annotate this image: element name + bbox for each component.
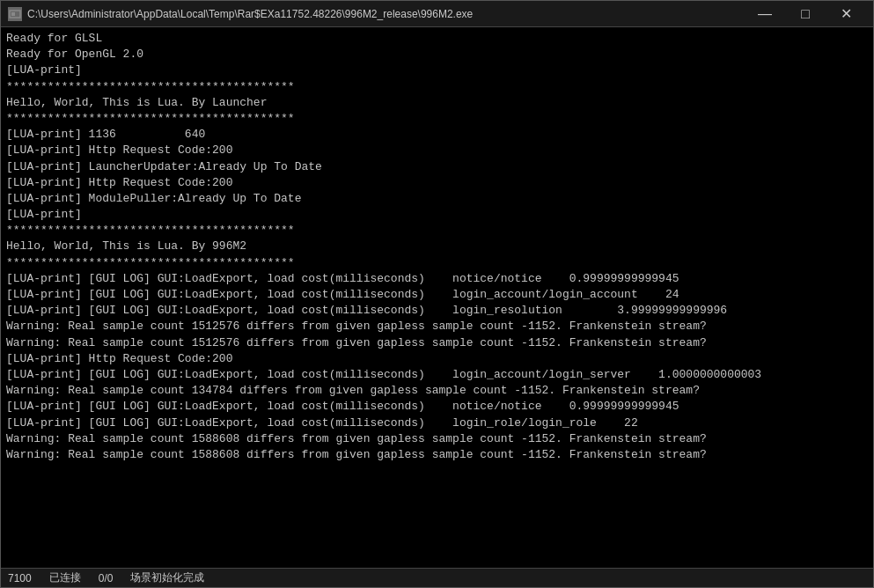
- console-line: ****************************************…: [6, 255, 868, 271]
- console-line: ****************************************…: [6, 79, 868, 95]
- status-item-3: 0/0: [99, 572, 114, 584]
- console-line: [LUA-print] [GUI LOG] GUI:LoadExport, lo…: [6, 287, 868, 303]
- console-line: [LUA-print] 1136 640: [6, 127, 868, 143]
- console-line: [LUA-print] Http Request Code:200: [6, 175, 868, 191]
- minimize-button[interactable]: —: [745, 1, 785, 27]
- app-icon: [8, 7, 22, 21]
- title-bar: C:\Users\Administrator\AppData\Local\Tem…: [1, 1, 873, 27]
- status-item-2: 已连接: [49, 570, 81, 585]
- console-line: Hello, World, This is Lua. By Launcher: [6, 95, 868, 111]
- console-line: [LUA-print] [GUI LOG] GUI:LoadExport, lo…: [6, 303, 868, 319]
- console-line: [LUA-print] [GUI LOG] GUI:LoadExport, lo…: [6, 271, 868, 287]
- console-line: Warning: Real sample count 134784 differ…: [6, 383, 868, 399]
- window-title: C:\Users\Administrator\AppData\Local\Tem…: [27, 8, 473, 20]
- console-line: Warning: Real sample count 1512576 diffe…: [6, 319, 868, 334]
- window-controls: — □ ✕: [745, 1, 866, 27]
- console-line: [LUA-print] LauncherUpdater:Already Up T…: [6, 159, 868, 175]
- console-line: [LUA-print] [GUI LOG] GUI:LoadExport, lo…: [6, 367, 868, 383]
- console-line: [LUA-print] Http Request Code:200: [6, 143, 868, 158]
- console-line: Ready for OpenGL 2.0: [6, 47, 868, 62]
- svg-rect-1: [11, 12, 15, 16]
- console-line: Ready for GLSL: [6, 31, 868, 47]
- status-bar: 7100 已连接 0/0 场景初始化完成: [1, 568, 873, 587]
- console-line: Warning: Real sample count 1588608 diffe…: [6, 447, 868, 463]
- console-line: [LUA-print] Http Request Code:200: [6, 351, 868, 367]
- console-line: [LUA-print]: [6, 62, 868, 78]
- console-line: [LUA-print] [GUI LOG] GUI:LoadExport, lo…: [6, 399, 868, 415]
- maximize-button[interactable]: □: [785, 1, 826, 27]
- console-line: ****************************************…: [6, 223, 868, 239]
- close-button[interactable]: ✕: [826, 1, 866, 27]
- main-window: C:\Users\Administrator\AppData\Local\Tem…: [0, 0, 874, 588]
- console-line: [LUA-print] [GUI LOG] GUI:LoadExport, lo…: [6, 415, 868, 431]
- title-bar-left: C:\Users\Administrator\AppData\Local\Tem…: [8, 7, 473, 21]
- console-line: [LUA-print] ModulePuller:Already Up To D…: [6, 191, 868, 207]
- status-item-1: 7100: [8, 572, 32, 584]
- console-line: Hello, World, This is Lua. By 996M2: [6, 239, 868, 254]
- console-line: Warning: Real sample count 1512576 diffe…: [6, 335, 868, 351]
- console-line: Warning: Real sample count 1588608 diffe…: [6, 431, 868, 447]
- console-line: [LUA-print]: [6, 207, 868, 223]
- console-output[interactable]: Ready for GLSLReady for OpenGL 2.0[LUA-p…: [1, 27, 873, 568]
- console-line: ****************************************…: [6, 111, 868, 127]
- status-item-4: 场景初始化完成: [130, 570, 204, 585]
